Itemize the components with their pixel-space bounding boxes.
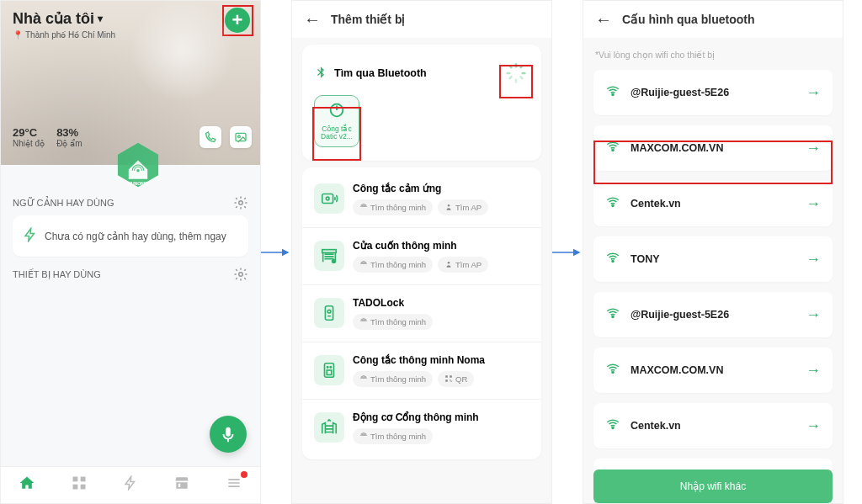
bluetooth-scan-title: Tìm qua Bluetooth [334,67,427,79]
screen-home: Nhà của tôi ▾ 📍 Thành phố Hồ Chí Minh + … [0,0,261,504]
chip-smart-search[interactable]: Tìm thông minh [353,371,433,387]
screen-wifi-config: ← Cấu hình qua bluetooth *Vui lòng chọn … [583,0,843,504]
svg-rect-16 [519,75,524,80]
brand-label: HUNONIC [128,181,148,186]
device-type-name: TADOLock [353,297,529,309]
device-type-name: Cửa cuốn thông minh [353,240,529,252]
svg-rect-37 [451,381,452,382]
device-type-row[interactable]: TADOLock Tìm thông minh [302,284,541,342]
mic-fab[interactable] [210,416,247,453]
tab-power[interactable] [123,475,138,495]
weather-stats: 29°C Nhiệt độ 83% Độ ẩm [13,126,82,148]
svg-point-42 [612,260,614,262]
arrow-right-icon: → [806,140,821,157]
section-devices-label: THIẾT BỊ HAY DÙNG [13,269,101,280]
wifi-item[interactable]: MAXCOM.COM.VN → [593,125,833,171]
tab-store[interactable] [173,475,190,496]
chip-smart-search[interactable]: Tìm thông minh [353,199,433,215]
wifi-item[interactable]: MAXCOM.COM.VN → [593,347,833,393]
wifi-scroll[interactable]: *Vui lòng chọn wifi cho thiết bị @Ruijie… [583,38,843,503]
wifi-item[interactable]: @Ruijie-guest-5E26 → [593,70,833,115]
pin-icon: 📍 [13,30,23,40]
arrow-right-icon: → [806,84,821,102]
home-title[interactable]: Nhà của tôi ▾ [13,9,103,28]
svg-point-43 [612,316,614,317]
chip-qr[interactable]: QR [438,371,474,387]
chip-smart-search[interactable]: Tìm thông minh [353,314,433,330]
stat-hum-label: Độ ẩm [56,139,82,148]
chip-smart-search[interactable]: Tìm thông minh [353,428,433,444]
wifi-item[interactable]: @Ruijie-guest-5E26 → [593,292,833,337]
wifi-icon [605,250,620,268]
section-devices: THIẾT BỊ HAY DÙNG [13,267,248,282]
chevron-down-icon: ▾ [98,13,103,24]
svg-point-1 [238,135,241,138]
chip-smart-search[interactable]: Tìm thông minh [353,257,433,273]
gear-icon[interactable] [233,195,248,210]
home-location: 📍 Thành phố Hồ Chí Minh [13,30,115,40]
arrow-right-icon: → [806,362,821,379]
chip-ap[interactable]: Tìm AP [438,199,488,215]
wifi-item[interactable]: TONY → [593,236,833,282]
wifi-hint: *Vui lòng chọn wifi cho thiết bị [595,50,831,60]
other-wifi-button[interactable]: Nhập wifi khác [593,470,833,503]
device-type-row[interactable]: Cửa cuốn thông minh Tìm thông minh Tìm A… [302,227,541,284]
wifi-item[interactable]: Centek.vn → [593,403,833,448]
header-title: Thêm thiết bị [331,13,405,26]
stat-temperature: 29°C Nhiệt độ [13,126,45,148]
svg-rect-13 [506,72,510,75]
svg-rect-34 [450,375,452,378]
svg-point-25 [333,260,336,263]
add-device-scroll[interactable]: Tìm qua Bluetooth [292,38,551,503]
brand-hex-badge: HUNONIC [114,141,162,188]
header-title: Cấu hình qua bluetooth [622,13,755,26]
header-add-device: ← Thêm thiết bị [292,1,551,38]
device-type-name: Động cơ Cổng thông minh [353,411,529,423]
stat-temp-value: 29°C [13,126,45,139]
bluetooth-icon [314,66,327,82]
wifi-item[interactable]: Centek.vn → [593,181,833,226]
lock-icon [314,298,344,328]
tab-home[interactable] [19,475,35,496]
device-type-row[interactable]: Công tắc thông minh Noma Tìm thông minh … [302,342,541,399]
header-wifi-config: ← Cấu hình qua bluetooth [583,1,843,38]
sim-switch-icon [314,355,344,385]
tab-menu[interactable] [226,475,242,496]
empty-scene-card[interactable]: Chưa có ngữ cảnh hay dùng, thêm ngay [13,215,248,257]
svg-rect-21 [322,194,333,204]
empty-scene-text: Chưa có ngữ cảnh hay dùng, thêm ngay [45,231,226,242]
svg-point-41 [612,204,614,206]
wifi-icon [605,416,620,435]
found-device-tile[interactable]: Công tắc Datic v2... [314,95,359,147]
svg-point-31 [327,367,327,368]
wifi-icon [605,194,620,213]
chip-ap[interactable]: Tìm AP [438,257,488,273]
svg-point-28 [327,310,331,314]
add-device-button[interactable]: + [225,8,250,33]
image-icon[interactable] [230,126,252,148]
tab-bar [1,466,260,503]
wifi-icon [605,305,620,324]
device-type-row[interactable]: Động cơ Cổng thông minh Tìm thông minh [302,399,541,456]
bluetooth-scan-block: Tìm qua Bluetooth [302,45,541,161]
svg-rect-24 [322,250,337,253]
arrow-right-icon: → [806,417,821,435]
svg-rect-6 [73,477,78,482]
wifi-icon [605,361,620,379]
device-type-row[interactable]: Công tắc cảm ứng Tìm thông minh Tìm AP [302,171,541,227]
plus-icon: + [232,9,243,31]
back-icon[interactable]: ← [304,10,321,29]
flow-arrow-1 [261,0,291,504]
svg-point-5 [239,273,243,277]
wifi-name: Centek.vn [631,420,795,432]
svg-rect-14 [522,72,526,75]
svg-rect-12 [515,79,518,83]
stat-humidity: 83% Độ ẩm [56,126,82,148]
gear-icon[interactable] [233,267,248,282]
notification-dot [241,471,247,478]
back-icon[interactable]: ← [595,10,612,29]
tab-grid[interactable] [71,475,88,496]
svg-rect-17 [519,64,524,69]
stat-temp-label: Nhiệt độ [13,139,45,148]
phone-icon[interactable] [200,126,221,148]
